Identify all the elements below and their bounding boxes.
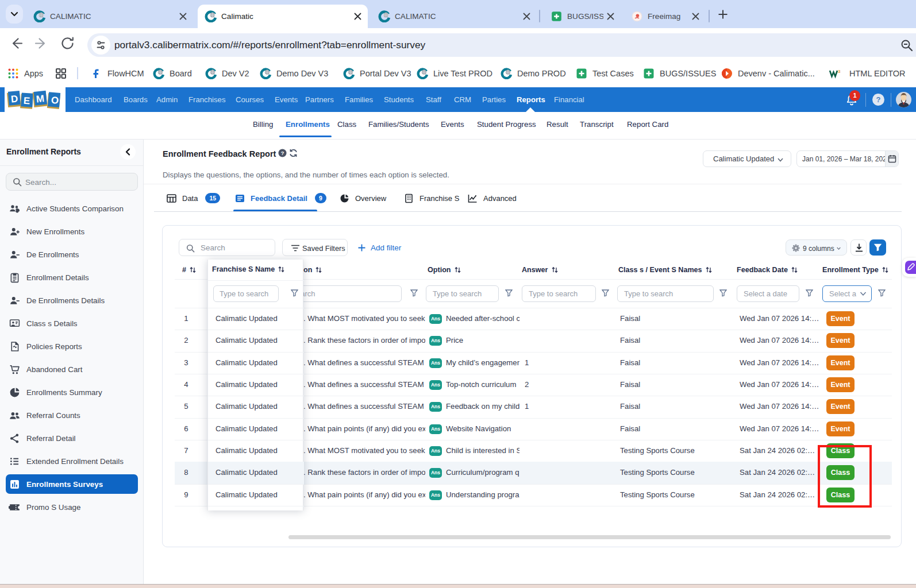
svg-text:D: D xyxy=(10,93,18,105)
svg-text:O: O xyxy=(51,95,59,106)
svg-text:3: 3 xyxy=(838,69,841,74)
svg-text:?: ? xyxy=(281,150,284,156)
svg-text:E: E xyxy=(23,95,30,107)
svg-text:M: M xyxy=(36,93,45,105)
